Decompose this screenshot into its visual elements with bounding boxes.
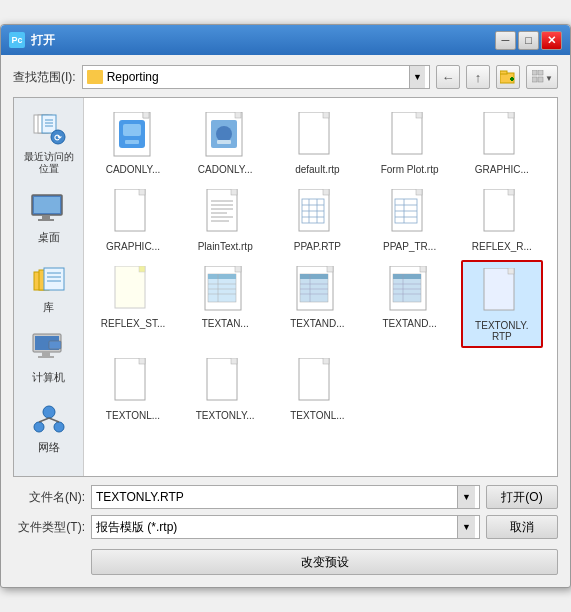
svg-rect-63 bbox=[231, 189, 237, 195]
window-controls: ─ □ ✕ bbox=[495, 31, 562, 50]
svg-rect-54 bbox=[416, 112, 422, 118]
sidebar-item-network[interactable]: 网络 bbox=[17, 395, 81, 461]
svg-rect-11 bbox=[42, 115, 56, 133]
cancel-button[interactable]: 取消 bbox=[486, 515, 558, 539]
svg-rect-131 bbox=[323, 358, 329, 364]
sidebar-item-desktop[interactable]: 桌面 bbox=[17, 185, 81, 251]
location-dropdown-arrow[interactable]: ▼ bbox=[409, 66, 425, 88]
file-icon bbox=[201, 187, 249, 239]
file-item[interactable]: TEXTONL... bbox=[92, 352, 174, 425]
svg-rect-45 bbox=[235, 112, 241, 118]
change-preset-button[interactable]: 改变预设 bbox=[91, 549, 558, 575]
new-folder-button[interactable] bbox=[496, 65, 520, 89]
file-item[interactable]: GRAPHIC... bbox=[92, 183, 174, 256]
file-item[interactable]: PPAP_TR... bbox=[369, 183, 451, 256]
file-item[interactable]: TEXTAND... bbox=[369, 260, 451, 348]
file-icon bbox=[201, 356, 249, 408]
file-label: TEXTONL... bbox=[106, 410, 160, 421]
filename-value: TEXTONLY.RTP bbox=[96, 490, 457, 504]
sidebar-label-computer: 计算机 bbox=[32, 370, 65, 385]
svg-point-32 bbox=[43, 406, 55, 418]
file-item[interactable]: TEXTONL... bbox=[276, 352, 358, 425]
filename-row: 文件名(N): TEXTONLY.RTP ▼ 打开(O) bbox=[13, 485, 558, 509]
svg-rect-115 bbox=[393, 274, 421, 279]
file-label: REFLEX_R... bbox=[472, 241, 532, 252]
file-item[interactable]: REFLEX_R... bbox=[461, 183, 543, 256]
file-icon bbox=[478, 266, 526, 318]
file-item[interactable]: CADONLY... bbox=[184, 106, 266, 179]
file-label: REFLEX_ST... bbox=[101, 318, 165, 329]
network-icon bbox=[31, 401, 67, 437]
file-label: CADONLY... bbox=[106, 164, 161, 175]
svg-rect-20 bbox=[38, 219, 54, 221]
file-item-selected[interactable]: TEXTONLY.RTP bbox=[461, 260, 543, 348]
svg-rect-19 bbox=[42, 215, 50, 219]
svg-rect-30 bbox=[38, 356, 54, 358]
back-button[interactable]: ← bbox=[436, 65, 460, 89]
svg-rect-126 bbox=[207, 358, 237, 400]
file-item[interactable]: REFLEX_ST... bbox=[92, 260, 174, 348]
filename-label: 文件名(N): bbox=[13, 489, 85, 506]
file-label: default.rtp bbox=[295, 164, 339, 175]
location-text: Reporting bbox=[107, 70, 409, 84]
file-icon bbox=[386, 264, 434, 316]
svg-rect-61 bbox=[207, 189, 237, 231]
desktop-icon bbox=[31, 191, 67, 227]
file-label: TEXTAND... bbox=[290, 318, 344, 329]
sidebar-item-library[interactable]: 库 bbox=[17, 255, 81, 321]
maximize-button[interactable]: □ bbox=[518, 31, 539, 50]
svg-point-33 bbox=[34, 422, 44, 432]
filename-dropdown-arrow[interactable]: ▼ bbox=[457, 486, 475, 508]
main-area: ⟳ 最近访问的位置 桌面 bbox=[13, 97, 558, 477]
svg-rect-4 bbox=[532, 70, 537, 75]
minimize-button[interactable]: ─ bbox=[495, 31, 516, 50]
file-item[interactable]: TEXTAND... bbox=[276, 260, 358, 348]
file-item[interactable]: PlainText.rtp bbox=[184, 183, 266, 256]
file-icon bbox=[109, 110, 157, 162]
svg-rect-48 bbox=[217, 140, 231, 144]
file-icon bbox=[109, 187, 157, 239]
close-button[interactable]: ✕ bbox=[541, 31, 562, 50]
sidebar-label-desktop: 桌面 bbox=[38, 230, 60, 245]
view-button[interactable]: ▼ bbox=[526, 65, 558, 89]
filename-combo[interactable]: TEXTONLY.RTP ▼ bbox=[91, 485, 480, 509]
file-label: PPAP_TR... bbox=[383, 241, 436, 252]
svg-rect-42 bbox=[125, 140, 139, 144]
svg-rect-6 bbox=[532, 77, 537, 82]
file-item[interactable]: CADONLY... bbox=[92, 106, 174, 179]
file-item[interactable]: TEXTONLY... bbox=[184, 352, 266, 425]
svg-rect-106 bbox=[300, 274, 328, 279]
svg-text:⟳: ⟳ bbox=[54, 133, 62, 143]
file-label: PlainText.rtp bbox=[198, 241, 253, 252]
folder-icon bbox=[87, 70, 103, 84]
sidebar-item-computer[interactable]: 计算机 bbox=[17, 325, 81, 391]
location-combo[interactable]: Reporting ▼ bbox=[82, 65, 430, 89]
file-label: CADONLY... bbox=[198, 164, 253, 175]
svg-rect-95 bbox=[235, 266, 241, 272]
svg-rect-87 bbox=[484, 189, 514, 231]
svg-rect-72 bbox=[323, 189, 329, 195]
file-icon bbox=[109, 264, 157, 316]
file-item[interactable]: default.rtp bbox=[276, 106, 358, 179]
svg-rect-52 bbox=[392, 112, 422, 154]
filetype-combo[interactable]: 报告模版 (*.rtp) ▼ bbox=[91, 515, 480, 539]
svg-rect-79 bbox=[392, 189, 422, 231]
sidebar-item-recent[interactable]: ⟳ 最近访问的位置 bbox=[17, 106, 81, 181]
file-item[interactable]: Form Plot.rtp bbox=[369, 106, 451, 179]
file-label: GRAPHIC... bbox=[106, 241, 160, 252]
svg-rect-49 bbox=[299, 112, 329, 154]
file-item[interactable]: PPAP.RTP bbox=[276, 183, 358, 256]
svg-rect-113 bbox=[420, 266, 426, 272]
file-item[interactable]: TEXTAN... bbox=[184, 260, 266, 348]
titlebar: Pc 打开 ─ □ ✕ bbox=[1, 25, 570, 55]
svg-rect-39 bbox=[143, 112, 149, 118]
file-item[interactable]: GRAPHIC... bbox=[461, 106, 543, 179]
file-label: TEXTAN... bbox=[202, 318, 249, 329]
filetype-dropdown-arrow[interactable]: ▼ bbox=[457, 516, 475, 538]
sidebar-label-library: 库 bbox=[43, 300, 54, 315]
file-label: TEXTONLY... bbox=[196, 410, 255, 421]
file-icon bbox=[293, 187, 341, 239]
open-button[interactable]: 打开(O) bbox=[486, 485, 558, 509]
file-label: TEXTONLY.RTP bbox=[475, 320, 528, 342]
up-button[interactable]: ↑ bbox=[466, 65, 490, 89]
